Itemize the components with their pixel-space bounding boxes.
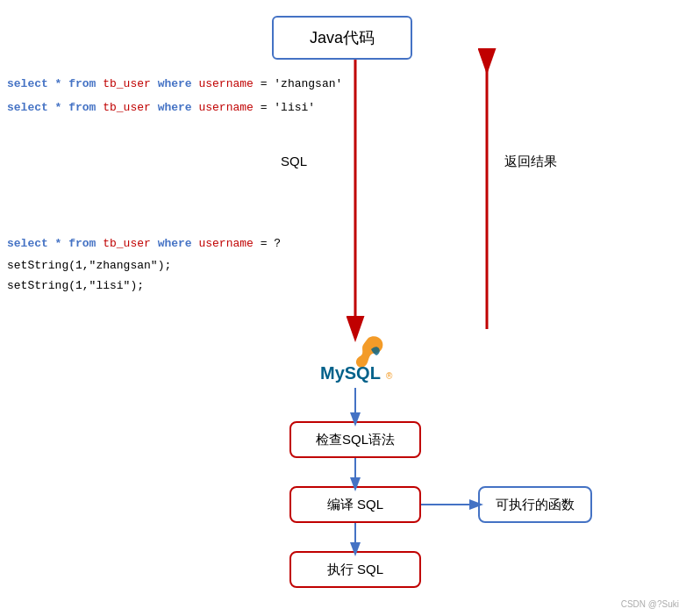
java-code-box: Java代码 — [272, 16, 412, 60]
svg-text:®: ® — [386, 371, 393, 381]
mysql-logo: MySQL ® — [316, 333, 404, 386]
check-sql-label: 检查SQL语法 — [316, 432, 395, 448]
arrows-overlay — [0, 0, 686, 616]
sql-line-4: setString(1,"zhangsan"); — [7, 259, 171, 272]
execute-sql-box: 执行 SQL — [289, 551, 421, 588]
return-label: 返回结果 — [504, 154, 557, 170]
sql-line-2: select * from tb_user where username = '… — [7, 101, 315, 114]
function-label: 可执行的函数 — [496, 497, 575, 513]
sql-line-3: select * from tb_user where username = ? — [7, 237, 281, 250]
sql-line-5: setString(1,"lisi"); — [7, 279, 144, 292]
sql-label: SQL — [281, 154, 307, 168]
sql-table: tb_user — [103, 77, 151, 90]
function-box: 可执行的函数 — [478, 486, 592, 523]
compile-sql-label: 编译 SQL — [327, 497, 383, 513]
execute-sql-label: 执行 SQL — [327, 562, 383, 578]
svg-text:MySQL: MySQL — [320, 363, 381, 383]
sql-keyword: select * from — [7, 77, 103, 90]
java-code-label: Java代码 — [310, 27, 375, 48]
watermark: CSDN @?Suki — [621, 599, 679, 609]
compile-sql-box: 编译 SQL — [289, 486, 421, 523]
sql-line-1: select * from tb_user where username = '… — [7, 77, 342, 90]
check-sql-box: 检查SQL语法 — [289, 421, 421, 458]
